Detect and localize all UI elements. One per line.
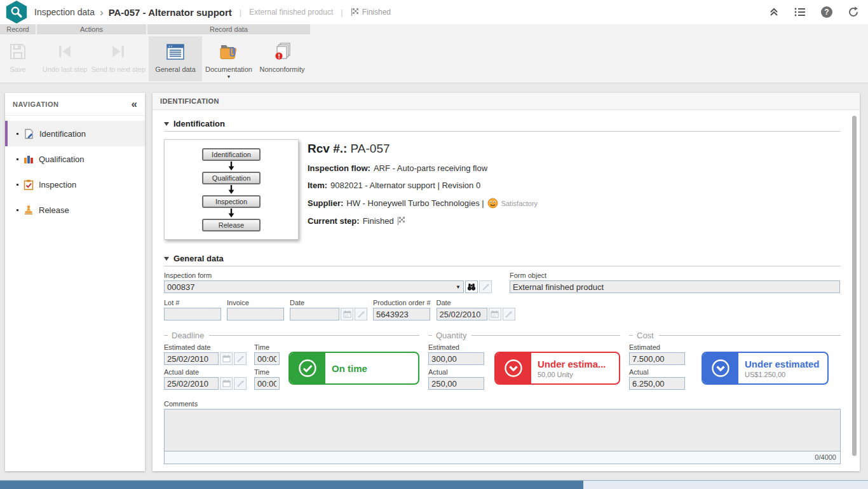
clear-field-button: [234, 352, 247, 365]
nav-item-qualification[interactable]: Qualification: [5, 146, 145, 172]
undo-step-icon: [56, 41, 74, 62]
inspection-form-value[interactable]: [164, 280, 464, 293]
cost-estimated-label: Estimated: [629, 343, 685, 351]
collapse-ribbon-icon[interactable]: [769, 7, 779, 17]
item-label: Item:: [308, 181, 327, 190]
flow-arrow-icon: [227, 209, 235, 218]
cost-legend: Cost: [629, 331, 841, 340]
nonconformity-label: Nonconformity: [260, 65, 305, 73]
identification-section-toggle[interactable]: Identification: [164, 114, 841, 132]
nav-item-label: Identification: [39, 129, 86, 139]
quantity-actual-input: [428, 377, 484, 390]
record-status-label: Finished: [362, 8, 391, 17]
quantity-legend: Quantity: [428, 331, 620, 340]
production-order-label: Production order #: [373, 299, 431, 306]
production-order-input: [373, 308, 430, 320]
chevron-down-circle-icon: [703, 353, 738, 383]
cost-fieldset: Cost Estimated Actual Under estimated: [629, 331, 841, 390]
lot-label: Lot #: [164, 299, 221, 306]
nav-bullet: [17, 158, 18, 160]
refresh-icon[interactable]: [848, 6, 859, 18]
smiley-rating-icon: [487, 198, 498, 209]
nav-item-label: Release: [39, 205, 69, 215]
navigation-collapse-icon[interactable]: «: [132, 98, 137, 111]
search-binoculars-button[interactable]: [465, 280, 478, 293]
section-title: Identification: [173, 119, 225, 128]
inspection-flow-line: Inspection flow:ARF - Auto-parts receivi…: [308, 163, 538, 173]
item-line: Item:9082021 - Alternator support | Revi…: [308, 181, 538, 190]
comments-label: Comments: [164, 400, 841, 408]
flow-step-inspection: Inspection: [202, 195, 261, 208]
clear-field-button: [355, 308, 367, 320]
documentation-button[interactable]: Documentation ▼: [202, 36, 255, 81]
help-icon[interactable]: ?: [821, 6, 832, 18]
horizontal-scrollbar-thumb[interactable]: [0, 481, 583, 489]
breadcrumb-app-name[interactable]: Inspection data: [34, 7, 95, 17]
header-divider: |: [240, 8, 241, 17]
cost-actual-label: Actual: [629, 368, 685, 376]
toolbar-group-record-data: Record data General data Documentation ▼: [147, 24, 310, 83]
horizontal-scrollbar[interactable]: [0, 480, 868, 489]
identification-form: Identification Identification Qualificat…: [153, 110, 860, 471]
send-step-label: Send to next step: [91, 65, 146, 73]
calendar-icon: [220, 377, 233, 390]
identification-icon: [24, 128, 34, 139]
quantity-estimated-input: [428, 352, 484, 365]
supplier-value: HW - Honeywell Turbo Technologies |: [346, 198, 484, 208]
calendar-icon: [220, 352, 233, 365]
main-panel: IDENTIFICATION Identification Identifica…: [153, 93, 860, 471]
cost-estimated-input: [629, 352, 685, 365]
general-data-button[interactable]: General data: [149, 36, 202, 81]
vertical-scrollbar-thumb[interactable]: [852, 116, 857, 456]
form-object-value: [510, 280, 840, 293]
documentation-icon: [219, 41, 239, 62]
vertical-scrollbar[interactable]: [852, 114, 857, 465]
undo-step-label: Undo last step: [43, 65, 87, 73]
cost-status-title: Under estimated: [745, 359, 820, 369]
documentation-dropdown-caret-icon[interactable]: ▼: [227, 74, 231, 79]
estimated-date-input: [164, 352, 219, 365]
inspection-flow-value: ARF - Auto-parts receiving flow: [374, 163, 487, 173]
invoice-input: [227, 308, 284, 320]
clear-field-button: [234, 377, 247, 390]
cost-status-subtitle: US$1.250,00: [745, 371, 820, 378]
comments-textarea: [165, 410, 840, 451]
nav-bullet: [17, 209, 18, 211]
flow-step-identification: Identification: [202, 148, 261, 161]
item-value: 9082021 - Alternator support | Revision …: [330, 181, 480, 190]
supplier-rating: Satisfactory: [501, 200, 538, 207]
estimated-date-label: Estimated date: [164, 343, 247, 351]
rcv-value: PA-057: [351, 142, 390, 155]
current-step-value: Finished: [363, 216, 394, 226]
toolbar-group-actions: Actions Undo last step Send to next step: [37, 24, 146, 83]
flow-arrow-icon: [227, 185, 235, 195]
checkered-flag-icon: [397, 216, 406, 226]
nonconformity-icon: [273, 41, 292, 62]
toolbar-group-record: Record Save: [0, 24, 36, 83]
section-title: General data: [173, 254, 224, 263]
nav-item-inspection[interactable]: Inspection: [5, 172, 145, 197]
comments-field: 0/4000: [164, 409, 841, 464]
save-icon: [8, 41, 27, 62]
actual-date-label: Actual date: [164, 368, 247, 376]
send-to-next-step-button: Send to next step: [92, 36, 145, 81]
record-object-subtitle: External finished product: [249, 8, 333, 17]
nonconformity-button[interactable]: Nonconformity: [255, 36, 309, 81]
nav-item-identification[interactable]: Identification: [5, 121, 145, 146]
general-data-section-toggle[interactable]: General data: [164, 249, 841, 266]
inspection-form-select[interactable]: ▼: [164, 280, 464, 293]
deadline-status-title: On time: [332, 363, 367, 374]
actual-time-label: Time: [254, 368, 280, 376]
inspection-icon: [24, 179, 34, 190]
form-object-label: Form object: [510, 272, 840, 279]
cost-status-badge: Under estimated US$1.250,00: [702, 352, 829, 385]
invoice-label: Invoice: [227, 299, 284, 306]
nav-item-release[interactable]: Release: [5, 197, 145, 223]
deadline-status-badge: On time: [288, 352, 419, 385]
current-step-label: Current step:: [308, 216, 360, 226]
qualification-icon: [24, 154, 34, 164]
navigation-title: NAVIGATION: [13, 100, 58, 108]
order-date-input: [437, 308, 487, 320]
task-list-icon[interactable]: [794, 7, 806, 17]
inspection-flow-diagram: Identification Qualification Inspection …: [164, 139, 299, 240]
